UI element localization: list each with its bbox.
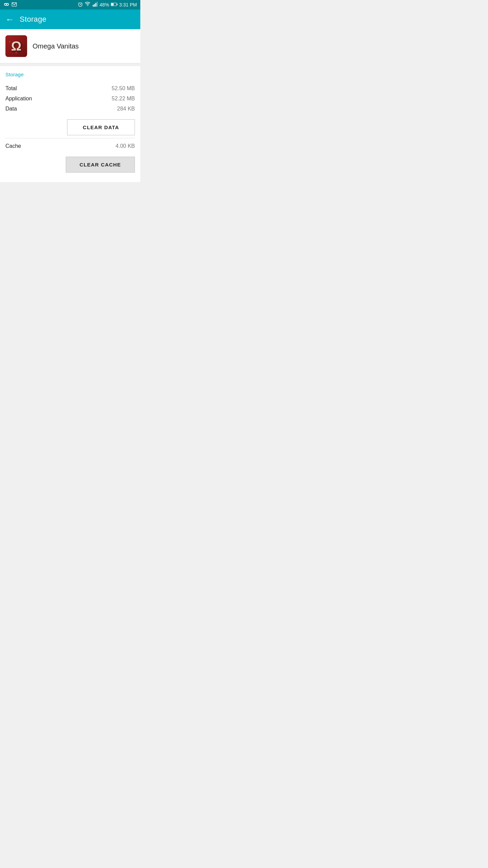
alarm-icon	[78, 2, 83, 8]
app-icon-symbol: Ω	[11, 40, 21, 53]
svg-rect-7	[93, 5, 94, 6]
notification-icon-1	[3, 1, 9, 8]
svg-rect-10	[97, 2, 98, 7]
cache-label: Cache	[5, 143, 21, 149]
app-name: Omega Vanitas	[33, 42, 79, 50]
data-value: 284 KB	[117, 106, 135, 112]
svg-rect-9	[95, 3, 96, 6]
storage-section: Storage Total 52.50 MB Application 52.22…	[0, 66, 140, 182]
application-row: Application 52.22 MB	[5, 94, 135, 104]
clear-data-button-row: CLEAR DATA	[5, 119, 135, 135]
storage-section-title: Storage	[5, 72, 135, 77]
app-bar: ← Storage	[0, 9, 140, 29]
app-header: Ω Omega Vanitas	[0, 29, 140, 63]
back-button[interactable]: ←	[5, 15, 14, 24]
cache-value: 4.00 KB	[116, 143, 135, 149]
svg-rect-12	[117, 4, 117, 5]
svg-point-6	[87, 5, 88, 6]
total-row: Total 52.50 MB	[5, 83, 135, 94]
status-bar: 48% 3:31 PM	[0, 0, 140, 9]
total-value: 52.50 MB	[112, 85, 135, 92]
battery-percent: 48%	[100, 2, 109, 7]
clear-cache-button-row: CLEAR CACHE	[5, 157, 135, 173]
data-label: Data	[5, 106, 17, 112]
svg-rect-13	[111, 3, 114, 5]
status-bar-right: 48% 3:31 PM	[78, 1, 137, 8]
cache-section: Cache 4.00 KB CLEAR CACHE	[5, 141, 135, 173]
data-row: Data 284 KB	[5, 104, 135, 114]
clear-cache-button[interactable]: CLEAR CACHE	[66, 157, 135, 173]
app-icon: Ω	[5, 35, 27, 57]
divider	[5, 138, 135, 138]
app-bar-title: Storage	[20, 15, 46, 24]
wifi-icon	[85, 1, 91, 8]
cache-row: Cache 4.00 KB	[5, 141, 135, 151]
svg-line-5	[81, 3, 82, 3]
status-bar-left	[3, 1, 17, 8]
svg-point-1	[6, 3, 8, 5]
total-label: Total	[5, 85, 17, 92]
signal-icon	[93, 2, 98, 8]
application-label: Application	[5, 96, 32, 102]
application-value: 52.22 MB	[112, 96, 135, 102]
clear-data-button[interactable]: CLEAR DATA	[67, 119, 135, 135]
time-display: 3:31 PM	[119, 2, 137, 7]
battery-icon	[111, 2, 118, 7]
svg-rect-8	[94, 4, 95, 7]
svg-line-4	[78, 3, 79, 3]
notification-icon-2	[12, 2, 17, 8]
